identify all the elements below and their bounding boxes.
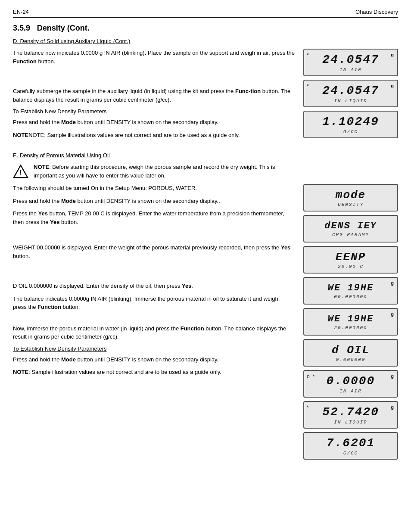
warning-block: ! NOTE: Before starting this procedure, … <box>13 163 295 180</box>
display-4-main: mode <box>336 189 366 202</box>
d-para2: Carefully submerge the sample in the aux… <box>13 87 295 104</box>
display-12-main: 7.6201 <box>327 437 375 450</box>
display-11-main: 52.7420 <box>322 406 379 419</box>
page-header: EN-24 Ohaus Discovery <box>13 9 398 18</box>
display-5-sub: CHG PARAM? <box>332 232 369 237</box>
display-5-main: dENS IEY <box>324 221 377 231</box>
e-para2: Press and hold the Mode button until DEN… <box>13 197 295 205</box>
display-11-unit: g <box>391 404 394 410</box>
display-9-sub: 0.000000 <box>336 357 366 362</box>
e-para6: The balance indicates 0.0000g IN AIR (bl… <box>13 295 295 311</box>
display-10-unit: g <box>391 373 394 379</box>
e-para3: Press the Yes button, TEMP 20.00 C is di… <box>13 209 295 226</box>
display-3-main: 1.10249 <box>322 115 379 129</box>
display-8-unit: g <box>391 311 394 317</box>
page-number: EN-24 <box>13 9 29 15</box>
e-para4: WEIGHT 00.00000 is displayed. Enter the … <box>13 243 295 260</box>
display-2-unit: g <box>391 83 394 88</box>
e-para1: The following should be turned On in the… <box>13 184 295 193</box>
display-6-sub: 20.00 C <box>338 264 364 269</box>
warning-note-text: NOTE: Before starting this procedure, we… <box>34 163 295 180</box>
display-7-main: WE 19HE <box>328 283 374 293</box>
section-title: Density (Cont. <box>37 24 90 32</box>
display-2-sub: IN LIQUID <box>334 98 367 103</box>
display-4-sub: DENSITY <box>338 202 364 207</box>
display-1: * g 24.0547 IN AIR <box>303 49 398 76</box>
display-11-sub: IN LIQUID <box>334 420 367 425</box>
display-11: * g 52.7420 IN LIQUID <box>303 401 398 429</box>
display-column: * g 24.0547 IN AIR * g 24.0547 IN LIQUID… <box>303 49 398 460</box>
display-12-sub: G/CC <box>343 451 358 456</box>
display-6: EENP 20.00 C <box>303 246 398 274</box>
display-10-circle: o <box>307 373 310 380</box>
svg-text:!: ! <box>19 169 22 177</box>
subsection-d-title: D. Density of Solid using Auxilary Liqui… <box>13 38 398 44</box>
d-para1: The balance now indicates 0.0000 g IN AI… <box>13 49 295 65</box>
display-10-asterisk: * <box>313 373 315 380</box>
display-4: mode DENSITY <box>303 184 398 212</box>
display-2: * g 24.0547 IN LIQUID <box>303 80 398 107</box>
display-1-sub: IN AIR <box>339 67 362 72</box>
display-1-main: 24.0547 <box>322 53 379 67</box>
display-3: 1.10249 G/CC <box>303 111 398 138</box>
display-6-main: EENP <box>336 251 366 264</box>
to-establish-e-text: Press and hold the Mode button until DEN… <box>13 355 295 364</box>
display-10-main: 0.0000 <box>327 375 375 388</box>
display-10: o g 0.0000 * IN AIR <box>303 370 398 398</box>
to-establish-d-text: Press and hold the Mode button until DEN… <box>13 118 295 127</box>
display-9-main: d OIL <box>332 344 370 357</box>
display-5: dENS IEY CHG PARAM? <box>303 215 398 243</box>
e-para7: Now, immerse the porous material in wate… <box>13 324 295 341</box>
subsection-e-title: E. Density of Porous Material Using Oil <box>13 152 295 159</box>
display-8-main: WE 19HE <box>328 314 374 324</box>
display-8: g WE 19HE 20.000000 <box>303 308 398 336</box>
display-1-asterisk: * <box>307 52 309 58</box>
display-8-sub: 20.000000 <box>334 325 367 330</box>
display-12: 7.6201 G/CC <box>303 432 398 460</box>
display-10-sub: IN AIR <box>339 389 362 394</box>
display-3-sub: G/CC <box>343 129 358 134</box>
display-2-asterisk: * <box>307 83 309 89</box>
d-note: NOTENOTE: Sample illustrations values ar… <box>13 131 295 140</box>
section-number: 3.5.9 <box>13 24 30 32</box>
product-name: Ohaus Discovery <box>355 9 398 15</box>
to-establish-e-title: To Establish New Density Parameters <box>13 345 295 352</box>
display-7-unit: g <box>391 280 394 286</box>
display-1-unit: g <box>391 52 394 57</box>
display-2-main: 24.0547 <box>322 84 379 98</box>
warning-icon: ! <box>13 164 28 179</box>
to-establish-d-title: To Establish New Density Parameters <box>13 108 295 115</box>
display-7-sub: 00.000000 <box>334 294 367 299</box>
e-note2: NOTE: Sample illustration values are not… <box>13 368 295 376</box>
e-para5: D OIL 0.000000 is displayed. Enter the d… <box>13 282 295 290</box>
display-7: g WE 19HE 00.000000 <box>303 277 398 305</box>
display-9: d OIL 0.000000 <box>303 339 398 367</box>
display-11-asterisk: * <box>307 404 309 411</box>
